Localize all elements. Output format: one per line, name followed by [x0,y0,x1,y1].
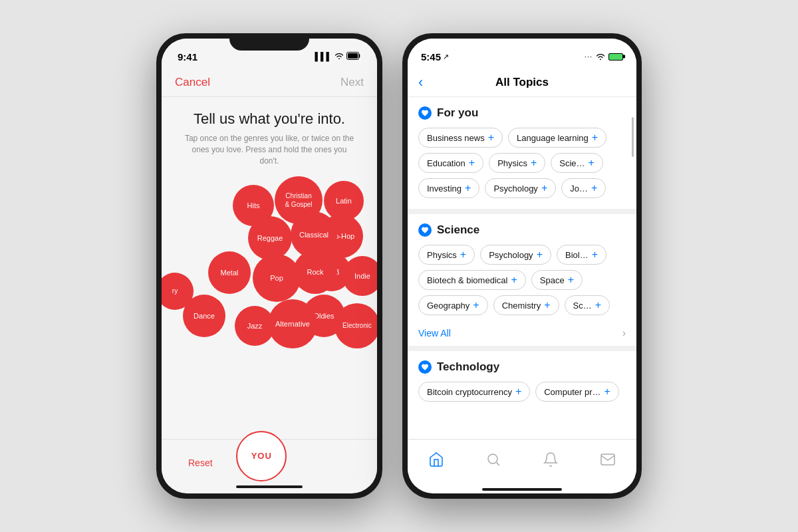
technology-tags-row-1: Bitcoin cryptocurrency + Computer pr… + [418,382,626,402]
tag-plus-icon: + [488,132,494,143]
tag-physics-science[interactable]: Physics + [418,245,475,265]
chevron-right-icon: › [622,327,626,339]
tag-label: Scie… [559,158,585,168]
tag-plus-icon: + [544,300,550,311]
bubble-rock[interactable]: Rock [293,250,337,294]
svg-rect-1 [348,53,358,59]
left-notch [229,33,309,51]
tag-space[interactable]: Space + [531,270,583,290]
tag-label: Jo… [570,184,588,194]
tag-language-learning[interactable]: Language learning + [508,128,606,148]
svg-line-3 [497,462,499,465]
tab-bar [408,439,636,485]
tab-home[interactable] [428,452,444,467]
bubble-electronic[interactable]: Electronic [334,303,377,348]
tag-science-foryou[interactable]: Scie… + [551,153,603,173]
bubble-pop[interactable]: Pop [253,254,301,302]
tag-plus-icon: + [473,300,479,311]
tag-plus-icon: + [568,275,574,285]
bottom-bar-left: Reset YOU [162,439,377,485]
tag-sci-ellipsis[interactable]: Sc… + [565,295,610,315]
phones-container: 9:41 ▌▌▌ [156,33,642,499]
tag-investing[interactable]: Investing + [418,178,479,198]
location-icon: ↗ [443,53,449,61]
tag-label: Bitcoin cryptocurrency [427,387,512,397]
tag-plus-icon: + [592,132,598,143]
right-nav-title: All Topics [495,76,549,89]
section-header-for-you: For you [418,106,626,120]
tag-physics-foryou[interactable]: Physics + [489,153,545,173]
back-button[interactable]: ‹ [418,74,423,91]
you-label: YOU [251,451,272,461]
science-tags-row-1: Physics + Psychology + Biol… + [418,245,626,265]
tab-search[interactable] [485,452,501,467]
tag-plus-icon: + [541,183,547,194]
for-you-tags-row-1: Business news + Language learning + [418,128,626,148]
section-title-technology: Technology [437,360,499,374]
left-subtitle: Tap once on the genres you like, or twic… [168,133,370,166]
nav-bar-left: Cancel Next [162,68,377,97]
tag-label: Business news [427,133,485,143]
view-all-button[interactable]: View All [418,328,451,338]
tag-label: Psychology [493,184,537,194]
tab-mail[interactable] [600,452,616,467]
cancel-button[interactable]: Cancel [175,76,210,89]
section-header-science: Science [418,223,626,237]
you-bubble[interactable]: YOU [236,431,287,481]
tag-plus-icon: + [515,386,521,397]
tag-biology[interactable]: Biol… + [557,245,606,265]
tag-label: Geography [427,301,469,311]
tag-label: Sc… [573,301,592,311]
for-you-icon [418,106,432,120]
bubble-dance[interactable]: Dance [183,295,225,337]
left-title: Tell us what you're into. [194,110,345,128]
home-indicator-right [482,488,562,491]
tag-jobs-foryou[interactable]: Jo… + [561,178,606,198]
tag-label: Space [540,275,565,285]
section-technology: Technology Bitcoin cryptocurrency + Comp… [408,351,636,412]
tab-notifications[interactable] [543,452,559,467]
tag-label: Biotech & biomedical [427,275,507,285]
tag-label: Psychology [489,250,533,260]
tag-computer-pr[interactable]: Computer pr… + [535,382,619,402]
tag-education[interactable]: Education + [418,153,483,173]
bubble-metal[interactable]: Metal [208,251,251,294]
tag-geography[interactable]: Geography + [418,295,488,315]
reset-button[interactable]: Reset [188,458,213,468]
tag-plus-icon: + [595,300,601,311]
tag-business-news[interactable]: Business news + [418,128,503,148]
right-content[interactable]: For you Business news + Language learnin… [408,97,636,439]
tag-plus-icon: + [460,249,466,260]
tag-label: Language learning [517,133,589,143]
next-button[interactable]: Next [340,76,364,89]
tag-label: Physics [497,158,527,168]
tag-bitcoin[interactable]: Bitcoin cryptocurrency + [418,382,530,402]
right-nav: ‹ All Topics [408,68,636,97]
time-left: 9:41 [178,51,198,63]
wifi-icon-left [334,52,344,61]
time-right: 5:45 [421,51,441,63]
tag-label: Investing [427,184,462,194]
status-icons-left: ▌▌▌ [315,52,361,62]
left-content: Tell us what you're into. Tap once on th… [162,97,377,439]
section-for-you: For you Business news + Language learnin… [408,97,636,214]
bubble-reggae[interactable]: Reggae [248,216,292,260]
bubble-indie[interactable]: Indie [342,256,377,296]
tag-plus-icon: + [604,386,610,397]
right-screen: 5:45 ↗ ··· ‹ [408,39,636,493]
for-you-tags-row-3: Investing + Psychology + Jo… + [418,178,626,198]
science-icon [418,223,432,237]
tag-psychology-science[interactable]: Psychology + [480,245,551,265]
tag-biotech[interactable]: Biotech & biomedical + [418,270,526,290]
tag-plus-icon: + [469,158,475,168]
tag-label: Computer pr… [544,387,600,397]
tag-label: Physics [427,250,457,260]
tag-psychology-foryou[interactable]: Psychology + [485,178,556,198]
bubble-alternative[interactable]: Alternative [268,299,317,348]
tag-label: Education [427,158,466,168]
battery-icon-left [346,52,361,62]
tag-plus-icon: + [465,183,471,194]
for-you-tags-row-2: Education + Physics + Scie… + [418,153,626,173]
tag-chemistry[interactable]: Chemistry + [493,295,559,315]
tag-plus-icon: + [591,183,597,194]
